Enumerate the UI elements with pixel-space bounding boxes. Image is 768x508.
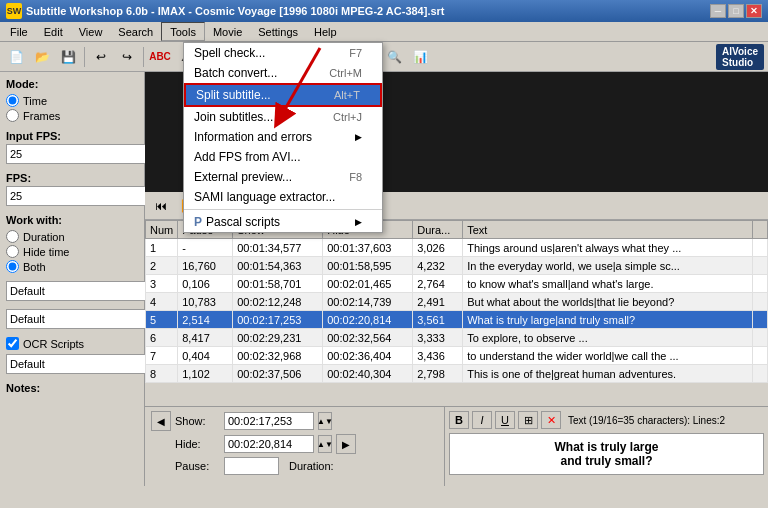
menu-join-subtitles[interactable]: Join subtitles... Ctrl+J bbox=[184, 107, 382, 127]
left-panel: Mode: Time Frames Input FPS: ▼ FPS: ▼ Wo… bbox=[0, 72, 145, 486]
menu-tools[interactable]: Tools bbox=[161, 22, 205, 41]
menu-sami[interactable]: SAMI language extractor... bbox=[184, 187, 382, 207]
mode-time[interactable]: Time bbox=[6, 94, 138, 107]
redo-button[interactable]: ↪ bbox=[115, 45, 139, 69]
hide-input[interactable] bbox=[224, 435, 314, 453]
cell-show: 00:01:54,363 bbox=[233, 257, 323, 275]
cell-text: to know what's small|and what's large. bbox=[463, 275, 753, 293]
default2-field[interactable] bbox=[6, 309, 152, 329]
show-input[interactable] bbox=[224, 412, 314, 430]
menu-split-subtitle[interactable]: Split subtitle... Alt+T bbox=[184, 83, 382, 107]
hide-spin[interactable]: ▲▼ bbox=[318, 435, 332, 453]
cell-pause: - bbox=[178, 239, 233, 257]
fps-field[interactable] bbox=[6, 186, 152, 206]
maximize-button[interactable]: □ bbox=[728, 4, 744, 18]
text-preview: What is truly largeand truly small? bbox=[449, 433, 764, 475]
table-row[interactable]: 70,40400:02:32,96800:02:36,4043,436to un… bbox=[146, 347, 768, 365]
table-row[interactable]: 81,10200:02:37,50600:02:40,3042,798This … bbox=[146, 365, 768, 383]
cell-hide: 00:01:58,595 bbox=[323, 257, 413, 275]
menu-spellcheck[interactable]: Spell check... F7 bbox=[184, 43, 382, 63]
mode-frames[interactable]: Frames bbox=[6, 109, 138, 122]
default1-field[interactable] bbox=[6, 281, 152, 301]
preview-text: What is truly largeand truly small? bbox=[554, 440, 658, 468]
table-row[interactable]: 1-00:01:34,57700:01:37,6033,026Things ar… bbox=[146, 239, 768, 257]
table-format-btn[interactable]: ⊞ bbox=[518, 411, 538, 429]
cell-hide: 00:02:32,564 bbox=[323, 329, 413, 347]
default3-combo: ▼ bbox=[6, 354, 138, 374]
menu-file[interactable]: File bbox=[2, 22, 36, 41]
nav-next[interactable]: ▶ bbox=[336, 434, 356, 454]
nav-prev[interactable]: ◀ bbox=[151, 411, 171, 431]
input-fps-label: Input FPS: bbox=[6, 130, 138, 142]
hide-label: Hide: bbox=[175, 438, 220, 450]
menu-info-errors[interactable]: Information and errors bbox=[184, 127, 382, 147]
toolbar-sep2 bbox=[143, 47, 144, 67]
italic-format-btn[interactable]: I bbox=[472, 411, 492, 429]
ocr-scripts-item[interactable]: OCR Scripts bbox=[6, 337, 138, 350]
work-both[interactable]: Both bbox=[6, 260, 138, 273]
ocr-scripts-checkbox[interactable] bbox=[6, 337, 19, 350]
menu-pascal[interactable]: PPascal scripts bbox=[184, 212, 382, 232]
menu-settings[interactable]: Settings bbox=[250, 22, 306, 41]
menu-add-fps[interactable]: Add FPS from AVI... bbox=[184, 147, 382, 167]
save-button[interactable]: 💾 bbox=[56, 45, 80, 69]
cell-show: 00:02:17,253 bbox=[233, 311, 323, 329]
cell-scroll bbox=[753, 347, 768, 365]
work-hidetime-label: Hide time bbox=[23, 246, 69, 258]
bold-format-btn[interactable]: B bbox=[449, 411, 469, 429]
pause-label: Pause: bbox=[175, 460, 220, 472]
mode-radio-group: Time Frames bbox=[6, 94, 138, 122]
work-hidetime[interactable]: Hide time bbox=[6, 245, 138, 258]
cell-pause: 0,404 bbox=[178, 347, 233, 365]
duration-label: Duration: bbox=[289, 460, 334, 472]
menu-edit[interactable]: Edit bbox=[36, 22, 71, 41]
cell-num: 4 bbox=[146, 293, 178, 311]
menu-movie[interactable]: Movie bbox=[205, 22, 250, 41]
col-text: Text bbox=[463, 221, 753, 239]
minimize-button[interactable]: ─ bbox=[710, 4, 726, 18]
menu-view[interactable]: View bbox=[71, 22, 111, 41]
menu-help[interactable]: Help bbox=[306, 22, 345, 41]
mode-time-label: Time bbox=[23, 95, 47, 107]
timecode-panel: ◀ Show: ▲▼ Hide: ▲▼ ▶ Pause: Duration: bbox=[145, 407, 445, 486]
video-nav1[interactable]: ⏮ bbox=[149, 194, 173, 218]
work-duration-label: Duration bbox=[23, 231, 65, 243]
delete-format-btn[interactable]: ✕ bbox=[541, 411, 561, 429]
cell-dur: 3,561 bbox=[413, 311, 463, 329]
cell-hide: 00:02:20,814 bbox=[323, 311, 413, 329]
underline-format-btn[interactable]: U bbox=[495, 411, 515, 429]
mode-frames-label: Frames bbox=[23, 110, 60, 122]
pause-input[interactable] bbox=[224, 457, 279, 475]
cell-text: In the everyday world, we use|a simple s… bbox=[463, 257, 753, 275]
main-toolbar: 📄 📂 💾 ↩ ↪ ABC ⚠ i P B I 🔧 ⚙ 📋 🔍 📊 AIVoic… bbox=[0, 42, 768, 72]
mode-label: Mode: bbox=[6, 78, 138, 90]
menu-search[interactable]: Search bbox=[110, 22, 161, 41]
cell-dur: 3,436 bbox=[413, 347, 463, 365]
spellcheck-button[interactable]: ABC bbox=[148, 45, 172, 69]
cell-show: 00:02:37,506 bbox=[233, 365, 323, 383]
tool6[interactable]: 🔍 bbox=[382, 45, 406, 69]
pause-dur-row: Pause: Duration: bbox=[151, 457, 438, 475]
open-button[interactable]: 📂 bbox=[30, 45, 54, 69]
cell-pause: 1,102 bbox=[178, 365, 233, 383]
table-row[interactable]: 52,51400:02:17,25300:02:20,8143,561What … bbox=[146, 311, 768, 329]
close-button[interactable]: ✕ bbox=[746, 4, 762, 18]
undo-button[interactable]: ↩ bbox=[89, 45, 113, 69]
table-row[interactable]: 30,10600:01:58,70100:02:01,4652,764to kn… bbox=[146, 275, 768, 293]
show-spin[interactable]: ▲▼ bbox=[318, 412, 332, 430]
new-button[interactable]: 📄 bbox=[4, 45, 28, 69]
default3-field[interactable] bbox=[6, 354, 152, 374]
menu-external-preview[interactable]: External preview... F8 bbox=[184, 167, 382, 187]
hide-row: Hide: ▲▼ ▶ bbox=[151, 434, 438, 454]
tool7[interactable]: 📊 bbox=[408, 45, 432, 69]
notes-label: Notes: bbox=[6, 382, 138, 394]
table-row[interactable]: 216,76000:01:54,36300:01:58,5954,232In t… bbox=[146, 257, 768, 275]
table-row[interactable]: 68,41700:02:29,23100:02:32,5643,333To ex… bbox=[146, 329, 768, 347]
cell-hide: 00:02:36,404 bbox=[323, 347, 413, 365]
cell-num: 7 bbox=[146, 347, 178, 365]
work-duration[interactable]: Duration bbox=[6, 230, 138, 243]
window-controls[interactable]: ─ □ ✕ bbox=[710, 4, 762, 18]
menu-batch-convert[interactable]: Batch convert... Ctrl+M bbox=[184, 63, 382, 83]
table-row[interactable]: 410,78300:02:12,24800:02:14,7392,491But … bbox=[146, 293, 768, 311]
input-fps-field[interactable] bbox=[6, 144, 152, 164]
